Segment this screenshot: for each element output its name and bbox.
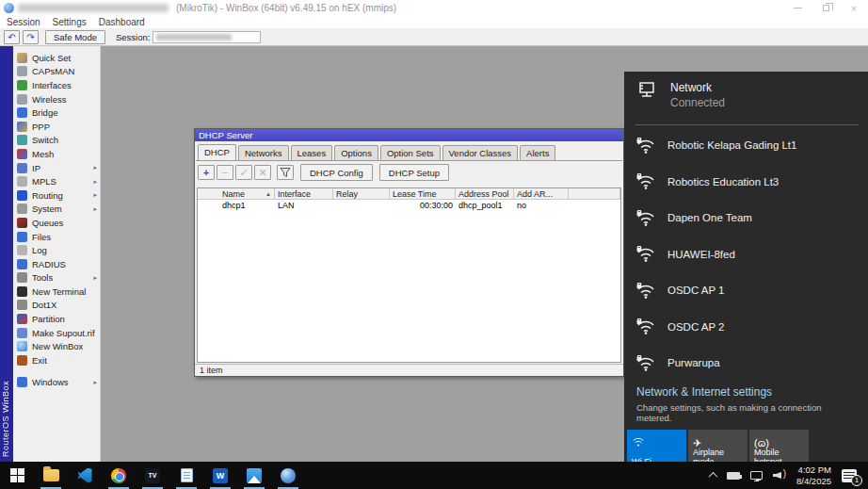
wifi-network-item[interactable]: Robotics Education Lt3 bbox=[624, 164, 868, 201]
tab-option-sets[interactable]: Option Sets bbox=[380, 145, 441, 160]
battery-icon[interactable] bbox=[727, 472, 740, 480]
sidebar-item-routing[interactable]: Routing▸ bbox=[13, 188, 100, 203]
safe-mode-button[interactable]: Safe Mode bbox=[45, 30, 105, 44]
undo-button[interactable]: ↶ bbox=[4, 30, 20, 44]
tab-leases[interactable]: Leases bbox=[291, 145, 333, 160]
menu-dashboard[interactable]: Dashboard bbox=[99, 17, 145, 27]
wifi-network-item[interactable]: OSDC AP 1 bbox=[624, 272, 868, 309]
disable-button[interactable]: ✕ bbox=[254, 165, 271, 180]
tray-chevron-up-icon[interactable] bbox=[709, 472, 718, 481]
clock[interactable]: 4:02 PM 8/4/2025 bbox=[796, 465, 831, 487]
menu-settings[interactable]: Settings bbox=[53, 17, 87, 27]
restore-button[interactable] bbox=[812, 0, 840, 16]
notification-center-icon[interactable]: 1 bbox=[842, 469, 857, 482]
sidebar-item-mesh[interactable]: Mesh bbox=[13, 147, 100, 161]
network-internet-settings-link[interactable]: Network & Internet settings bbox=[636, 385, 857, 399]
sidebar-item-partition[interactable]: Partition bbox=[13, 312, 100, 326]
menu-session[interactable]: Session bbox=[7, 17, 40, 27]
table-row[interactable]: dhcp1 LAN 00:30:00 dhcp_pool1 no bbox=[198, 200, 620, 211]
tab-alerts[interactable]: Alerts bbox=[520, 145, 555, 160]
sidebar-item-exit[interactable]: Exit bbox=[13, 353, 100, 367]
bridge-icon bbox=[17, 107, 27, 118]
sidebar-item-wireless[interactable]: Wireless bbox=[13, 92, 100, 106]
speaker-icon[interactable] bbox=[773, 470, 786, 481]
redo-button[interactable]: ↷ bbox=[23, 30, 39, 44]
col-header-add-arp[interactable]: Add AR... bbox=[514, 188, 569, 199]
mesh-icon bbox=[17, 149, 27, 159]
vscode-icon bbox=[78, 468, 92, 483]
sidebar-item-tools[interactable]: Tools▸ bbox=[13, 271, 100, 285]
sidebar-item-ppp[interactable]: PPP bbox=[13, 120, 100, 134]
sidebar-item-capsman[interactable]: CAPsMAN bbox=[13, 65, 100, 79]
sidebar-item-radius[interactable]: RADIUS bbox=[13, 257, 100, 271]
table-header-row: Name▲ Interface Relay Lease Time Address… bbox=[198, 188, 620, 200]
sidebar-item-switch[interactable]: Switch bbox=[13, 134, 100, 148]
wifi-network-item[interactable]: OSDC AP 2 bbox=[624, 309, 868, 346]
col-header-relay[interactable]: Relay bbox=[333, 188, 390, 199]
sidebar-item-files[interactable]: Files bbox=[13, 230, 100, 244]
close-button[interactable]: × bbox=[840, 0, 868, 16]
sidebar-item-make-supout[interactable]: Make Supout.rif bbox=[13, 326, 100, 340]
col-header-lease-time[interactable]: Lease Time bbox=[390, 188, 456, 199]
secured-wifi-icon bbox=[636, 283, 655, 299]
wired-connection-item[interactable]: Network Connected bbox=[624, 72, 868, 117]
dhcp-status-bar: 1 item bbox=[195, 364, 623, 376]
notepad-taskbar-button[interactable] bbox=[169, 462, 203, 489]
vscode-taskbar-button[interactable] bbox=[68, 462, 102, 489]
photos-taskbar-button[interactable] bbox=[237, 462, 271, 489]
sidebar-item-ip[interactable]: IP▸ bbox=[13, 161, 100, 175]
wifi-network-item[interactable]: Purwarupa bbox=[624, 345, 868, 382]
col-header-name[interactable]: Name▲ bbox=[198, 188, 275, 199]
sidebar-item-quick-set[interactable]: Quick Set bbox=[13, 51, 100, 65]
sidebar-item-log[interactable]: Log bbox=[13, 243, 100, 257]
menubar: Session Settings Dashboard bbox=[0, 16, 868, 28]
sidebar-item-new-winbox[interactable]: New WinBox bbox=[13, 339, 100, 353]
tab-dhcp[interactable]: DHCP bbox=[198, 144, 236, 160]
tab-options[interactable]: Options bbox=[334, 145, 378, 160]
file-explorer-taskbar-button[interactable] bbox=[34, 462, 68, 489]
brand-strip: RouterOS WinBox bbox=[0, 46, 13, 462]
add-button[interactable]: + bbox=[198, 165, 215, 180]
connection-name: Network bbox=[670, 81, 725, 94]
minimize-button[interactable] bbox=[783, 0, 812, 16]
sidebar-item-bridge[interactable]: Bridge bbox=[13, 106, 100, 120]
sidebar-item-interfaces[interactable]: Interfaces bbox=[13, 78, 100, 92]
tab-networks[interactable]: Networks bbox=[238, 145, 289, 160]
network-tray-icon[interactable] bbox=[750, 471, 763, 480]
submenu-arrow-icon: ▸ bbox=[93, 191, 100, 199]
dhcp-window-titlebar[interactable]: DHCP Server bbox=[195, 129, 623, 141]
wifi-network-item[interactable]: Dapen One Team bbox=[624, 200, 868, 236]
col-header-interface[interactable]: Interface bbox=[275, 188, 333, 199]
sidebar-item-dot1x[interactable]: Dot1X bbox=[13, 299, 100, 313]
wifi-network-item[interactable]: HUAWEI-8fed bbox=[624, 236, 868, 273]
sidebar-item-mpls[interactable]: MPLS▸ bbox=[13, 174, 100, 188]
queues-icon bbox=[17, 218, 27, 228]
cell-add-arp: no bbox=[514, 200, 569, 211]
sidebar-item-windows[interactable]: Windows▸ bbox=[13, 376, 100, 390]
wifi-icon bbox=[632, 437, 645, 448]
cell-lease-time: 00:30:00 bbox=[390, 200, 456, 211]
tab-vendor-classes[interactable]: Vendor Classes bbox=[442, 145, 519, 160]
sidebar-item-new-terminal[interactable]: New Terminal bbox=[13, 285, 100, 299]
system-icon bbox=[17, 204, 27, 214]
col-header-address-pool[interactable]: Address Pool bbox=[456, 188, 514, 199]
col-header-filler bbox=[569, 188, 620, 199]
winbox-taskbar-button[interactable] bbox=[271, 462, 305, 489]
enable-button[interactable]: ✓ bbox=[235, 165, 252, 180]
filter-icon[interactable] bbox=[277, 165, 294, 180]
photos-icon bbox=[247, 468, 262, 483]
ppp-icon bbox=[17, 122, 27, 132]
session-field[interactable] bbox=[153, 31, 261, 43]
remove-button[interactable]: − bbox=[217, 165, 233, 180]
dhcp-config-button[interactable]: DHCP Config bbox=[300, 164, 373, 181]
tradingview-taskbar-button[interactable]: TV bbox=[136, 462, 169, 489]
chrome-icon bbox=[111, 468, 126, 483]
word-taskbar-button[interactable]: W bbox=[203, 462, 237, 489]
start-button[interactable] bbox=[0, 462, 34, 489]
sidebar-item-queues[interactable]: Queues bbox=[13, 216, 100, 230]
sidebar-item-system[interactable]: System▸ bbox=[13, 203, 100, 217]
partition-icon bbox=[17, 314, 27, 324]
chrome-taskbar-button[interactable] bbox=[102, 462, 136, 489]
dhcp-setup-button[interactable]: DHCP Setup bbox=[379, 164, 449, 181]
wifi-network-item[interactable]: Robotic Kelapa Gading Lt1 bbox=[624, 127, 868, 164]
